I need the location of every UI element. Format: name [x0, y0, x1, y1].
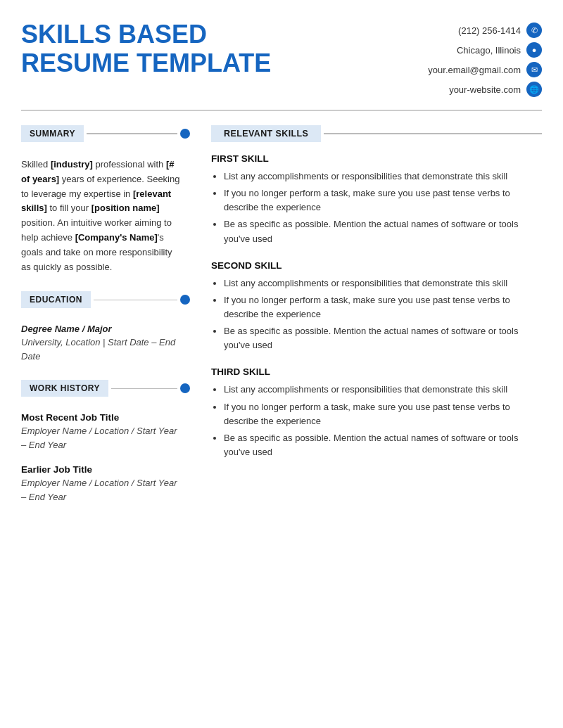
skill-3-bullet-1: List any accomplishments or responsibili…: [224, 383, 542, 397]
work-header: WORK HISTORY: [0, 380, 190, 397]
job1-detail: Employer Name / Location / Start Year – …: [21, 424, 183, 452]
phone-row: (212) 256-1414 ✆: [458, 23, 542, 38]
contact-info: (212) 256-1414 ✆ Chicago, Illinois ● you…: [387, 20, 542, 97]
skill-name-3: THIRD SKILL: [211, 366, 542, 377]
education-dot: [180, 295, 190, 305]
work-label: WORK HISTORY: [21, 380, 108, 397]
skill-3-bullet-2: If you no longer perform a task, make su…: [224, 400, 542, 428]
location-text: Chicago, Illinois: [457, 45, 521, 56]
summary-section: SUMMARY Skilled [industry] professional …: [0, 111, 190, 281]
summary-position: [position name]: [91, 203, 160, 213]
skill-1-bullet-1: List any accomplishments or responsibili…: [224, 170, 542, 184]
job-entry-1: Most Recent Job Title Employer Name / Lo…: [21, 412, 183, 452]
skill-3-bullet-3: Be as specific as possible. Mention the …: [224, 431, 542, 459]
email-row: your.email@gmail.com ✉: [428, 62, 542, 77]
resume-title: SKILLS BASED RESUME TEMPLATE: [21, 20, 387, 78]
email-text: your.email@gmail.com: [428, 65, 521, 75]
skill-list-3: List any accomplishments or responsibili…: [211, 383, 542, 459]
skill-name-1: FIRST SKILL: [211, 153, 542, 164]
skill-name-2: SECOND SKILL: [211, 260, 542, 271]
job2-detail: Employer Name / Location / Start Year – …: [21, 476, 183, 504]
education-degree: Degree Name / Major: [21, 324, 183, 334]
skill-block-1: FIRST SKILLList any accomplishments or r…: [211, 153, 542, 246]
skills-label: RELEVANT SKILLS: [211, 125, 321, 142]
education-section: EDUCATION Degree Name / Major University…: [0, 281, 190, 370]
summary-header: SUMMARY: [0, 125, 190, 142]
skill-block-3: THIRD SKILLList any accomplishments or r…: [211, 366, 542, 459]
main-content: SUMMARY Skilled [industry] professional …: [0, 111, 563, 544]
summary-dot: [180, 129, 190, 139]
education-header: EDUCATION: [0, 291, 190, 308]
skills-container: FIRST SKILLList any accomplishments or r…: [211, 153, 542, 459]
location-row: Chicago, Illinois ●: [457, 42, 542, 58]
skill-2-bullet-1: List any accomplishments or responsibili…: [224, 276, 542, 290]
summary-industry: [industry]: [51, 159, 93, 170]
summary-label: SUMMARY: [21, 125, 84, 142]
summary-years: [# of years]: [21, 159, 175, 184]
education-label: EDUCATION: [21, 291, 91, 308]
education-line: [94, 300, 177, 301]
work-content: Most Recent Job Title Employer Name / Lo…: [0, 405, 190, 523]
skill-1-bullet-3: Be as specific as possible. Mention the …: [224, 217, 542, 245]
education-detail: University, Location | Start Date – End …: [21, 336, 183, 363]
email-icon: ✉: [526, 62, 542, 77]
website-row: your-website.com 🌐: [449, 82, 542, 97]
web-icon: 🌐: [526, 82, 542, 97]
work-line: [111, 388, 177, 390]
work-section: WORK HISTORY Most Recent Job Title Emplo…: [0, 370, 190, 523]
job1-title: Most Recent Job Title: [21, 412, 183, 423]
summary-text: Skilled [industry] professional with [# …: [0, 151, 190, 281]
skill-2-bullet-3: Be as specific as possible. Mention the …: [224, 324, 542, 352]
left-column: SUMMARY Skilled [industry] professional …: [0, 111, 190, 523]
location-icon: ●: [526, 42, 542, 58]
job-entry-2: Earlier Job Title Employer Name / Locati…: [21, 464, 183, 504]
skill-block-2: SECOND SKILLList any accomplishments or …: [211, 260, 542, 353]
work-dot: [180, 383, 190, 393]
summary-line: [87, 133, 177, 134]
title-line1: SKILLS BASED RESUME TEMPLATE: [21, 20, 387, 78]
phone-icon: ✆: [526, 23, 542, 38]
phone-text: (212) 256-1414: [458, 25, 521, 36]
page-header: SKILLS BASED RESUME TEMPLATE (212) 256-1…: [0, 0, 563, 110]
right-column: RELEVANT SKILLS FIRST SKILLList any acco…: [190, 111, 563, 523]
skills-section-header: RELEVANT SKILLS: [211, 125, 542, 142]
summary-company: [Company's Name]: [75, 232, 158, 243]
skills-line: [324, 133, 542, 134]
website-text: your-website.com: [449, 84, 521, 95]
skill-list-2: List any accomplishments or responsibili…: [211, 276, 542, 353]
skill-1-bullet-2: If you no longer perform a task, make su…: [224, 186, 542, 215]
job2-title: Earlier Job Title: [21, 464, 183, 475]
skill-list-1: List any accomplishments or responsibili…: [211, 170, 542, 246]
education-content: Degree Name / Major University, Location…: [0, 317, 190, 370]
skill-2-bullet-2: If you no longer perform a task, make su…: [224, 293, 542, 321]
